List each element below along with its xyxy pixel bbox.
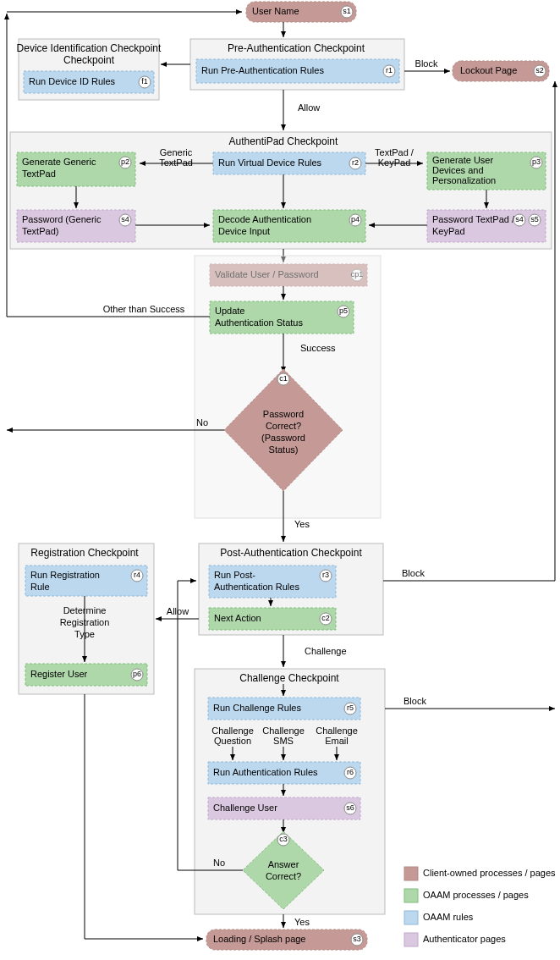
svg-text:TextPad: TextPad: [22, 168, 56, 179]
svg-text:KeyPad: KeyPad: [432, 226, 465, 236]
svg-text:Challenge Checkpoint: Challenge Checkpoint: [239, 672, 339, 684]
svg-text:p5: p5: [339, 306, 348, 315]
svg-text:Registration Checkpoint: Registration Checkpoint: [30, 547, 139, 559]
svg-text:Determine: Determine: [63, 605, 107, 615]
svg-text:Authenticator pages: Authenticator pages: [423, 934, 506, 944]
svg-text:p3: p3: [532, 157, 541, 166]
svg-text:Lockout Page: Lockout Page: [460, 65, 517, 75]
svg-text:s3: s3: [353, 935, 361, 943]
svg-text:TextPad /: TextPad /: [375, 147, 415, 157]
svg-text:r2: r2: [352, 158, 359, 167]
svg-text:Rule: Rule: [30, 582, 50, 592]
svg-text:Authentication Rules: Authentication Rules: [214, 582, 299, 592]
svg-text:OAAM processes / pages: OAAM processes / pages: [423, 890, 529, 900]
svg-text:Correct?: Correct?: [266, 871, 301, 881]
node-update-auth-status: Update Authentication Status p5: [210, 301, 354, 334]
svg-text:s6: s6: [346, 803, 354, 812]
edge-r5-block: Block: [404, 696, 426, 706]
svg-text:Question: Question: [214, 736, 251, 746]
svg-text:s4: s4: [121, 215, 129, 223]
svg-text:s5: s5: [530, 215, 539, 223]
svg-text:Run Registration: Run Registration: [30, 570, 100, 580]
node-loading-splash: Loading / Splash page s3: [206, 930, 367, 950]
svg-text:c2: c2: [321, 614, 330, 622]
svg-text:OAAM rules: OAAM rules: [423, 912, 474, 922]
svg-text:Authentication Status: Authentication Status: [215, 317, 303, 328]
svg-text:r6: r6: [347, 768, 354, 776]
svg-text:Personalization: Personalization: [432, 175, 496, 185]
svg-text:c1: c1: [279, 374, 288, 383]
svg-text:Email: Email: [325, 736, 349, 746]
svg-text:(Password: (Password: [261, 433, 305, 443]
svg-text:Challenge: Challenge: [316, 726, 358, 736]
group-challenge: Challenge Checkpoint Run Challenge Rules…: [195, 669, 385, 914]
edge-c2-challenge: Challenge: [305, 646, 347, 656]
svg-text:Run Authentication Rules: Run Authentication Rules: [213, 767, 318, 777]
svg-text:Challenge User: Challenge User: [213, 803, 277, 813]
legend: Client-owned processes / pages OAAM proc…: [404, 867, 556, 946]
svg-text:Password TextPad /: Password TextPad /: [432, 214, 515, 224]
edge-other-success: Other than Success: [103, 304, 185, 314]
group-pre-auth: Pre-Authentication Checkpoint Run Pre-Au…: [190, 39, 404, 90]
svg-rect-130: [404, 933, 418, 946]
node-lockout-page: Lockout Page s2: [453, 61, 549, 81]
svg-text:Decode Authentication: Decode Authentication: [218, 214, 311, 224]
svg-text:Generate User: Generate User: [432, 155, 493, 165]
edge-r3-block: Block: [402, 568, 425, 578]
svg-text:Answer: Answer: [268, 859, 299, 869]
svg-text:KeyPad: KeyPad: [378, 157, 411, 168]
svg-text:r5: r5: [347, 703, 354, 712]
svg-text:AuthentiPad Checkpoint: AuthentiPad Checkpoint: [229, 135, 338, 147]
group-registration: Registration Checkpoint Run Registration…: [19, 543, 154, 694]
svg-text:Run Post-: Run Post-: [214, 570, 255, 580]
svg-text:TextPad): TextPad): [22, 226, 58, 236]
svg-text:p4: p4: [351, 215, 360, 223]
svg-text:Challenge: Challenge: [262, 726, 305, 736]
edge-success: Success: [300, 343, 336, 353]
group-authentipad: AuthentiPad Checkpoint Run Virtual Devic…: [10, 132, 552, 249]
svg-text:Run Challenge Rules: Run Challenge Rules: [213, 703, 301, 713]
svg-rect-128: [404, 911, 418, 924]
svg-text:Challenge: Challenge: [211, 726, 254, 736]
group-device-id: Device Identification Checkpoint Checkpo…: [17, 39, 162, 100]
svg-text:Device Input: Device Input: [218, 226, 270, 236]
svg-text:c3: c3: [279, 835, 288, 843]
svg-text:Run Device ID Rules: Run Device ID Rules: [29, 76, 116, 86]
svg-text:Device Identification Checkpoi: Device Identification Checkpoint: [17, 42, 162, 54]
svg-text:Type: Type: [74, 629, 95, 639]
svg-text:Loading / Splash page: Loading / Splash page: [213, 934, 305, 944]
svg-text:p6: p6: [133, 670, 141, 678]
svg-text:TextPad: TextPad: [159, 157, 193, 168]
edge-c1-yes: Yes: [294, 519, 310, 529]
svg-text:Run Pre-Authentication Rules: Run Pre-Authentication Rules: [201, 65, 324, 75]
svg-text:Update: Update: [215, 306, 244, 316]
svg-text:User Name: User Name: [252, 6, 299, 16]
svg-text:r4: r4: [134, 571, 140, 579]
edge-block: Block: [415, 58, 438, 69]
svg-text:Correct?: Correct?: [266, 421, 301, 431]
svg-text:r3: r3: [322, 571, 329, 579]
svg-text:Password: Password: [263, 409, 304, 419]
node-user-name: User Name s1: [246, 2, 356, 22]
edge-c1-no: No: [196, 417, 208, 428]
svg-text:Devices and: Devices and: [432, 165, 484, 175]
svg-text:Status): Status): [269, 444, 299, 455]
svg-text:Checkpoint: Checkpoint: [63, 54, 115, 66]
svg-text:Post-Authentication Checkpoint: Post-Authentication Checkpoint: [220, 547, 362, 559]
edge-c3-yes: Yes: [294, 917, 310, 927]
edge-allow: Allow: [298, 102, 320, 113]
svg-rect-124: [404, 867, 418, 880]
svg-text:s2: s2: [535, 66, 544, 74]
edge-c3-no: No: [213, 858, 225, 868]
svg-text:Generic: Generic: [160, 147, 193, 157]
svg-text:SMS: SMS: [273, 736, 294, 746]
svg-text:r1: r1: [386, 66, 393, 74]
svg-text:Registration: Registration: [60, 617, 110, 627]
svg-text:Next Action: Next Action: [214, 613, 261, 623]
svg-text:Run Virtual Device Rules: Run Virtual Device Rules: [218, 157, 322, 168]
svg-text:Pre-Authentication Checkpoint: Pre-Authentication Checkpoint: [228, 42, 365, 54]
svg-text:Client-owned processes / pages: Client-owned processes / pages: [423, 868, 556, 878]
svg-text:Register User: Register User: [30, 669, 88, 679]
svg-text:s1: s1: [343, 7, 351, 15]
svg-text:f1: f1: [141, 77, 148, 86]
